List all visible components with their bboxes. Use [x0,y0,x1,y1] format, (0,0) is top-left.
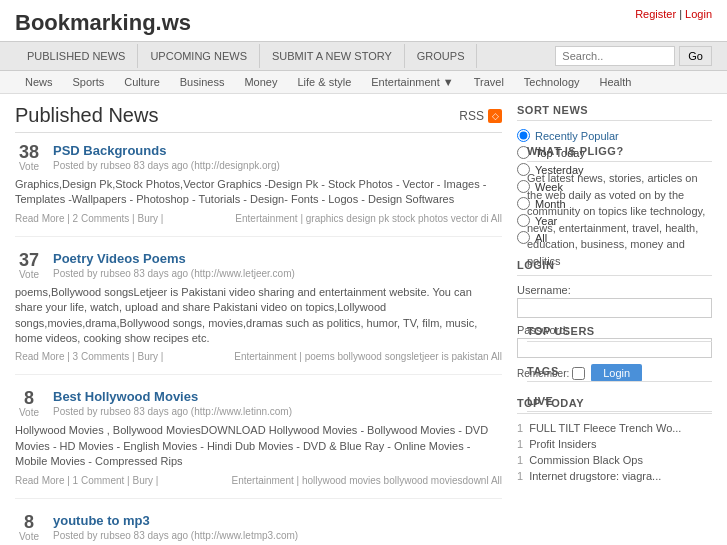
sort-label-recently-popular: Recently Popular [535,130,619,142]
top-users-section: TOP USERS [527,325,712,350]
sub-nav-life-style[interactable]: Life & style [287,71,361,93]
search-input[interactable] [555,46,675,66]
search-area: Go [555,42,712,70]
news-body-4: youtube to mp3 Posted by rubseo 83 days … [53,513,502,541]
main-content: Published News RSS ◇ 38 Vote PSD Backgro… [0,94,727,545]
rss-area: RSS ◇ [459,109,502,123]
vote-label-4: Vote [15,531,43,542]
sub-nav-travel[interactable]: Travel [464,71,514,93]
news-body-3: Best Hollywood Movies Posted by rubseo 8… [53,389,502,417]
top-links: Register | Login [635,8,712,20]
news-meta-1: Posted by rubseo 83 days ago (http://des… [53,160,502,171]
sidebar: SORT NEWS Recently Popular Top Today Yes… [517,104,712,545]
sub-nav-health[interactable]: Health [590,71,642,93]
tags-section: TAGS [527,365,712,390]
sub-nav-culture[interactable]: Culture [114,71,169,93]
news-body-1: PSD Backgrounds Posted by rubseo 83 days… [53,143,502,171]
news-footer-2: Read More | 3 Comments | Bury | Entertai… [15,351,502,362]
vote-box-3: 8 Vote [15,389,43,418]
vote-box-1: 38 Vote [15,143,43,172]
news-meta-4: Posted by rubseo 83 days ago (http://www… [53,530,502,541]
top-today-item-2[interactable]: 1 Profit Insiders [517,438,712,450]
rss-label: RSS [459,109,484,123]
news-desc-2: poems,Bollywood songsLetjeer is Pakistan… [15,285,502,347]
news-footer-links-3: Read More | 1 Comment | Bury | [15,475,158,486]
what-is-pligg-section: WHAT IS PLIGG? Get latest news, stories,… [527,145,712,269]
live-section: LIVE [527,395,712,420]
news-item-1: 38 Vote PSD Backgrounds Posted by rubseo… [15,143,502,237]
sub-nav-entertainment[interactable]: Entertainment ▼ [361,71,463,93]
sort-news-title: SORT NEWS [517,104,712,121]
nav-upcoming-news[interactable]: UPCOMING NEWS [138,44,260,68]
search-button[interactable]: Go [679,46,712,66]
news-item-4: 8 Vote youtube to mp3 Posted by rubseo 8… [15,513,502,545]
site-title: Bookmarking.ws [15,10,712,36]
live-title: LIVE [527,395,712,412]
top-users-title: TOP USERS [527,325,712,342]
news-tags-2: Entertainment | poems bollywood songslet… [234,351,502,362]
top-today-item-1[interactable]: 1 FULL TILT Fleece Trench Wo... [517,422,712,434]
username-label: Username: [517,284,712,296]
news-tags-3: Entertainment | hollywood movies bollywo… [231,475,502,486]
sub-nav-technology[interactable]: Technology [514,71,590,93]
sub-nav-news[interactable]: News [15,71,63,93]
nav-published-news[interactable]: PUBLISHED NEWS [15,44,138,68]
news-meta-2: Posted by rubseo 83 days ago (http://www… [53,268,502,279]
vote-box-4: 8 Vote [15,513,43,542]
username-input[interactable] [517,298,712,318]
news-item-3: 8 Vote Best Hollywood Movies Posted by r… [15,389,502,498]
tags-title: TAGS [527,365,712,382]
top-today-item-3[interactable]: 1 Commission Black Ops [517,454,712,466]
vote-label-2: Vote [15,269,43,280]
page-title: Published News [15,104,158,127]
sub-nav-business[interactable]: Business [170,71,235,93]
header: Bookmarking.ws [0,0,727,41]
top-today-item-4[interactable]: 1 Internet drugstore: viagra... [517,470,712,482]
sub-nav-sports[interactable]: Sports [63,71,115,93]
news-footer-links-1: Read More | 2 Comments | Bury | [15,213,163,224]
login-link[interactable]: Login [685,8,712,20]
username-field: Username: [517,284,712,318]
sub-nav: News Sports Culture Business Money Life … [0,71,727,94]
vote-number-2: 37 [15,251,43,269]
sort-recently-popular[interactable]: Recently Popular [517,129,712,142]
news-title-3[interactable]: Best Hollywood Movies [53,389,502,404]
login-section: LOGIN Username: Password: Remember: Logi… [517,259,712,382]
nav-submit-story[interactable]: SUBMIT A NEW STORY [260,44,405,68]
sort-radio-recently-popular[interactable] [517,129,530,142]
news-title-2[interactable]: Poetry Videos Poems [53,251,502,266]
vote-number-3: 8 [15,389,43,407]
news-desc-1: Graphics,Design Pk,Stock Photos,Vector G… [15,177,502,208]
news-title-4[interactable]: youtube to mp3 [53,513,502,528]
nav-bar: PUBLISHED NEWS UPCOMING NEWS SUBMIT A NE… [0,41,727,71]
what-is-pligg-desc: Get latest news, stories, articles on th… [527,170,712,269]
vote-label-3: Vote [15,407,43,418]
news-title-1[interactable]: PSD Backgrounds [53,143,502,158]
news-tags-1: Entertainment | graphics design pk stock… [235,213,502,224]
vote-number-4: 8 [15,513,43,531]
content-header: Published News RSS ◇ [15,104,502,133]
nav-groups[interactable]: GROUPS [405,44,478,68]
vote-label-1: Vote [15,161,43,172]
rss-icon[interactable]: ◇ [488,109,502,123]
vote-number-1: 38 [15,143,43,161]
news-body-2: Poetry Videos Poems Posted by rubseo 83 … [53,251,502,279]
news-footer-1: Read More | 2 Comments | Bury | Entertai… [15,213,502,224]
news-meta-3: Posted by rubseo 83 days ago (http://www… [53,406,502,417]
news-footer-3: Read More | 1 Comment | Bury | Entertain… [15,475,502,486]
sub-nav-money[interactable]: Money [234,71,287,93]
what-is-pligg-title: WHAT IS PLIGG? [527,145,712,162]
news-item-2: 37 Vote Poetry Videos Poems Posted by ru… [15,251,502,376]
register-link[interactable]: Register [635,8,676,20]
news-footer-links-2: Read More | 3 Comments | Bury | [15,351,163,362]
content-area: Published News RSS ◇ 38 Vote PSD Backgro… [15,104,502,545]
vote-box-2: 37 Vote [15,251,43,280]
news-desc-3: Hollywood Movies , Bollywood MoviesDOWNL… [15,423,502,469]
